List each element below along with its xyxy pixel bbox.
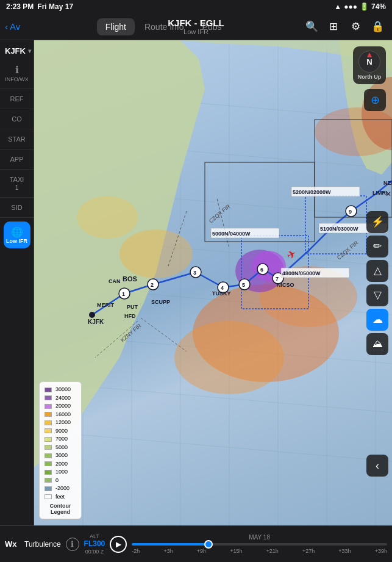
sidebar-label-taxi: TAXI bbox=[10, 176, 24, 183]
contour-row: 7000 bbox=[45, 435, 76, 444]
nav-bar: ‹ Av Flight Route Info Pubs KJFK - EGLL … bbox=[0, 13, 392, 40]
nav-right-icons: 🔍 ⊞ ⚙ 🔒 bbox=[302, 17, 392, 37]
contour-row: 24000 bbox=[45, 394, 76, 403]
alt-label: ALT bbox=[90, 533, 99, 540]
back-chevron-icon: ‹ bbox=[5, 21, 8, 32]
compass[interactable]: N North Up bbox=[353, 46, 386, 84]
battery-icon: 🔋 bbox=[360, 2, 369, 11]
right-tools: ⚡ ✏ △ ▽ ☁ ⛰ bbox=[366, 211, 388, 355]
timeline-fill bbox=[132, 543, 208, 546]
contour-row: -2000 bbox=[45, 485, 76, 493]
map-background bbox=[34, 40, 392, 525]
triangle-up-tool[interactable]: △ bbox=[366, 260, 388, 282]
contour-row: 30000 bbox=[45, 386, 76, 394]
timeline-labels: -2h +3h +9h +15h +21h +27h +33h +39h bbox=[132, 548, 387, 554]
sidebar-label-star: STAR bbox=[8, 135, 26, 143]
back-button[interactable]: ‹ Av bbox=[0, 21, 25, 32]
wifi-icon: ▲ bbox=[334, 2, 341, 11]
contour-row: 12000 bbox=[45, 419, 76, 427]
settings-button[interactable]: ⚙ bbox=[346, 17, 365, 37]
mountain-tool[interactable]: ⛰ bbox=[366, 333, 388, 355]
contour-row: 3000 bbox=[45, 452, 76, 460]
sidebar-airport[interactable]: KJFK ▾ bbox=[0, 43, 34, 59]
tab-route-info[interactable]: Route Info bbox=[136, 18, 193, 35]
wx-label: Wx bbox=[5, 539, 20, 549]
sidebar-label-sid: SID bbox=[11, 204, 22, 211]
sidebar-item-taxi[interactable]: TAXI 1 bbox=[0, 170, 34, 198]
lightning-tool[interactable]: ⚡ bbox=[366, 211, 388, 233]
bottom-bar: Wx Turbulence ℹ ALT FL300 00:00 Z ▶ MAY … bbox=[0, 525, 392, 562]
taxi-badge: 1 bbox=[15, 184, 19, 191]
low-ifr-label: Low IFR bbox=[6, 238, 27, 244]
compass-north-label: N bbox=[366, 57, 372, 67]
sidebar-label-app: APP bbox=[10, 156, 23, 163]
time-label: 00:00 Z bbox=[85, 549, 104, 555]
chevron-left-icon: ‹ bbox=[376, 459, 379, 472]
layers-button[interactable]: ⊞ bbox=[324, 17, 343, 37]
sidebar-item-sid[interactable]: SID bbox=[0, 198, 34, 218]
contour-row: 5000 bbox=[45, 444, 76, 452]
ruler-tool[interactable]: ✏ bbox=[366, 236, 388, 258]
nav-tabs: Flight Route Info Pubs bbox=[25, 18, 302, 35]
sidebar-item-infowx[interactable]: ℹ INFO/WX bbox=[0, 59, 34, 89]
triangle-down-tool[interactable]: ▽ bbox=[366, 284, 388, 306]
status-day: Fri May 17 bbox=[37, 2, 73, 11]
alt-block: ALT FL300 00:00 Z bbox=[84, 533, 105, 555]
signal-icon: ●●● bbox=[344, 2, 357, 11]
info-button[interactable]: ℹ bbox=[66, 538, 79, 551]
collapse-button[interactable]: ‹ bbox=[366, 455, 388, 477]
tab-pubs[interactable]: Pubs bbox=[194, 18, 230, 35]
lock-button[interactable]: 🔒 bbox=[368, 17, 387, 37]
battery-pct: 74% bbox=[371, 2, 386, 11]
gps-button[interactable]: ⊕ bbox=[364, 89, 386, 111]
contour-row: 2000 bbox=[45, 460, 76, 469]
gps-icon: ⊕ bbox=[371, 93, 380, 107]
back-label: Av bbox=[10, 21, 20, 32]
sidebar-item-co[interactable]: CO bbox=[0, 109, 34, 129]
contour-row: 9000 bbox=[45, 427, 76, 436]
timeline-track[interactable] bbox=[132, 543, 387, 546]
sidebar-label-infowx: INFO/WX bbox=[5, 76, 29, 82]
contour-row: 0 bbox=[45, 477, 76, 485]
timeline-thumb[interactable] bbox=[204, 540, 213, 549]
sidebar-label-co: CO bbox=[12, 115, 22, 123]
turbulence-label: Turbulence bbox=[24, 540, 61, 549]
timeline[interactable]: MAY 18 -2h +3h +9h +15h +21h +27h +33h +… bbox=[132, 532, 387, 557]
sidebar-item-star[interactable]: STAR bbox=[0, 129, 34, 150]
contour-row: 1000 bbox=[45, 468, 76, 477]
compass-circle: N bbox=[358, 51, 380, 73]
cloud-tool[interactable]: ☁ bbox=[366, 309, 388, 331]
status-time: 2:23 PM bbox=[6, 2, 34, 11]
alt-value: FL300 bbox=[84, 539, 105, 548]
globe-icon: 🌐 bbox=[11, 226, 23, 238]
compass-arrow-icon bbox=[367, 52, 372, 57]
contour-legend-title: ContourLegend bbox=[45, 503, 76, 515]
contour-row: 16000 bbox=[45, 411, 76, 419]
sidebar-item-ref[interactable]: REF bbox=[0, 89, 34, 109]
contour-legend: 30000 24000 20000 16000 12000 9000 7000 … bbox=[39, 381, 82, 519]
play-button[interactable]: ▶ bbox=[110, 536, 127, 553]
airport-chevron-icon: ▾ bbox=[28, 48, 31, 54]
search-button[interactable]: 🔍 bbox=[302, 17, 321, 37]
sidebar-label-ref: REF bbox=[10, 95, 24, 103]
compass-label: North Up bbox=[358, 74, 382, 80]
sidebar: KJFK ▾ ℹ INFO/WX REF CO STAR APP TAXI 1 … bbox=[0, 40, 34, 525]
sidebar-item-low-ifr[interactable]: 🌐 Low IFR bbox=[4, 222, 30, 248]
info-icon: ℹ bbox=[15, 65, 19, 75]
sidebar-item-app[interactable]: APP bbox=[0, 150, 34, 170]
map-area[interactable]: KJFK 1 2 3 4 5 6 7 9 ✈ bbox=[34, 40, 392, 525]
timeline-date: MAY 18 bbox=[132, 534, 387, 541]
contour-row: feet bbox=[45, 493, 76, 502]
tab-flight[interactable]: Flight bbox=[97, 18, 135, 35]
status-bar: 2:23 PM Fri May 17 ▲ ●●● 🔋 74% bbox=[0, 0, 392, 13]
contour-row: 20000 bbox=[45, 402, 76, 411]
airport-label: KJFK bbox=[5, 46, 26, 56]
